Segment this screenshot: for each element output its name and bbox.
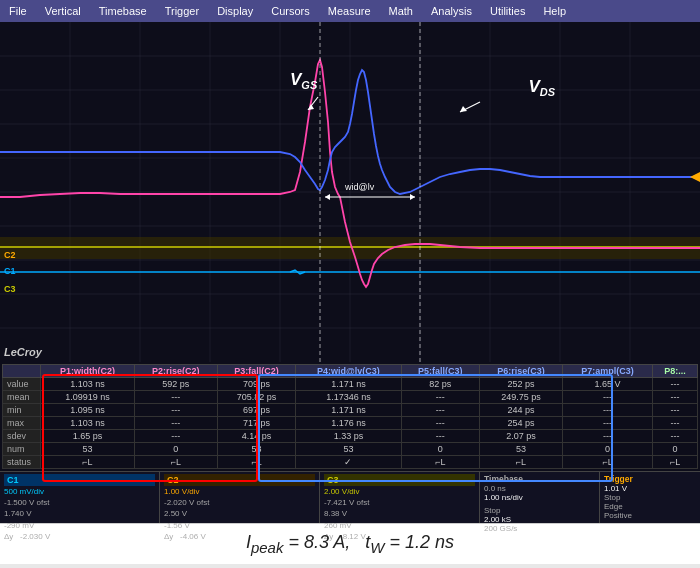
p6-max: 254 ps [480, 417, 563, 430]
p3-value: 709 ps [217, 378, 295, 391]
svg-marker-27 [460, 106, 467, 112]
p1-max: 1.103 ns [41, 417, 135, 430]
p3-status: ⌐L [217, 456, 295, 469]
p3-num: 53 [217, 443, 295, 456]
p2-sdev: --- [134, 430, 217, 443]
svg-line-24 [308, 97, 318, 110]
p1-mean: 1.09919 ns [41, 391, 135, 404]
p7-status: ⌐L [562, 456, 652, 469]
label-status: status [3, 456, 41, 469]
menu-help[interactable]: Help [540, 3, 569, 19]
p3-mean: 705.82 ps [217, 391, 295, 404]
row-num: num 53 0 53 53 0 53 0 0 [3, 443, 698, 456]
p2-mean: --- [134, 391, 217, 404]
svg-text:C1: C1 [4, 266, 16, 276]
menu-timebase[interactable]: Timebase [96, 3, 150, 19]
menu-measure[interactable]: Measure [325, 3, 374, 19]
label-vgs: VGS [290, 70, 317, 91]
p1-num: 53 [41, 443, 135, 456]
p7-sdev: --- [562, 430, 652, 443]
ch2-title: C2 [164, 474, 315, 486]
row-mean: mean 1.09919 ns --- 705.82 ps 1.17346 ns… [3, 391, 698, 404]
p5-status: ⌐L [401, 456, 479, 469]
svg-rect-0 [0, 22, 700, 362]
p7-max: --- [562, 417, 652, 430]
svg-line-26 [460, 102, 480, 112]
p5-value: 82 ps [401, 378, 479, 391]
ch3-val2: 260 mV [324, 520, 475, 531]
col-p1: P1:width(C2) [41, 365, 135, 378]
p8-mean: --- [653, 391, 698, 404]
p5-num: 0 [401, 443, 479, 456]
p4-sdev: 1.33 ps [296, 430, 401, 443]
p7-min: --- [562, 404, 652, 417]
p1-sdev: 1.65 ps [41, 430, 135, 443]
p1-min: 1.095 ns [41, 404, 135, 417]
p8-status: ⌐L [653, 456, 698, 469]
ch3-title: C3 [324, 474, 475, 486]
menu-display[interactable]: Display [214, 3, 256, 19]
lecroy-logo: LeCroy [4, 346, 42, 358]
ch1-scale: 500 mV/div [4, 486, 155, 497]
menu-utilities[interactable]: Utilities [487, 3, 528, 19]
equation-text: Ipeak = 8.3 A, tW = 1.2 ns [246, 532, 454, 552]
scope-screen: C2 C1 C3 VGS VDS wid@lv LeCroy [0, 22, 700, 362]
label-max: max [3, 417, 41, 430]
menu-cursors[interactable]: Cursors [268, 3, 313, 19]
p4-status: ✓ [296, 456, 401, 469]
p4-mean: 1.17346 ns [296, 391, 401, 404]
row-sdev: sdev 1.65 ps --- 4.14 ps 1.33 ps --- 2.0… [3, 430, 698, 443]
label-num: num [3, 443, 41, 456]
p4-max: 1.176 ns [296, 417, 401, 430]
col-p2: P2:rise(C2) [134, 365, 217, 378]
p2-num: 0 [134, 443, 217, 456]
ch2-offset: -2.020 V ofst [164, 497, 315, 508]
p6-sdev: 2.07 ps [480, 430, 563, 443]
col-p5: P5:fall(C3) [401, 365, 479, 378]
label-vds: VDS [528, 77, 555, 98]
p6-min: 244 ps [480, 404, 563, 417]
menu-vertical[interactable]: Vertical [42, 3, 84, 19]
col-p3: P3:fall(C2) [217, 365, 295, 378]
label-mean: mean [3, 391, 41, 404]
ch1-info: C1 500 mV/div -1.500 V ofst 1.740 V -290… [0, 472, 160, 523]
ch2-info: C2 1.00 V/div -2.020 V ofst 2.50 V -1.56… [160, 472, 320, 523]
label-sdev: sdev [3, 430, 41, 443]
ch3-offset: -7.421 V ofst [324, 497, 475, 508]
ch1-delta: Δy -2.030 V [4, 531, 155, 542]
svg-marker-25 [308, 104, 314, 110]
row-max: max 1.103 ns --- 717 ps 1.176 ns --- 254… [3, 417, 698, 430]
row-status: status ⌐L ⌐L ⌐L ✓ ⌐L ⌐L ⌐L ⌐L [3, 456, 698, 469]
p5-min: --- [401, 404, 479, 417]
p2-status: ⌐L [134, 456, 217, 469]
svg-marker-30 [410, 194, 415, 200]
ch1-val2: -290 mV [4, 520, 155, 531]
svg-marker-31 [690, 172, 700, 182]
ch1-title: C1 [4, 474, 155, 486]
label-min: min [3, 404, 41, 417]
scope-svg: C2 C1 C3 [0, 22, 700, 362]
ch3-scale: 2.00 V/div [324, 486, 475, 497]
p4-num: 53 [296, 443, 401, 456]
p1-value: 1.103 ns [41, 378, 135, 391]
p4-value: 1.171 ns [296, 378, 401, 391]
row-min: min 1.095 ns --- 697 ps 1.171 ns --- 244… [3, 404, 698, 417]
p1-status: ⌐L [41, 456, 135, 469]
p8-min: --- [653, 404, 698, 417]
p6-mean: 249.75 ps [480, 391, 563, 404]
p8-max: --- [653, 417, 698, 430]
menu-math[interactable]: Math [386, 3, 416, 19]
p3-max: 717 ps [217, 417, 295, 430]
col-header-label [3, 365, 41, 378]
p4-min: 1.171 ns [296, 404, 401, 417]
p7-value: 1.65 V [562, 378, 652, 391]
p6-status: ⌐L [480, 456, 563, 469]
ch1-val1: 1.740 V [4, 508, 155, 519]
p3-sdev: 4.14 ps [217, 430, 295, 443]
menu-trigger[interactable]: Trigger [162, 3, 202, 19]
col-p8: P8:... [653, 365, 698, 378]
p3-min: 697 ps [217, 404, 295, 417]
menu-file[interactable]: File [6, 3, 30, 19]
menu-analysis[interactable]: Analysis [428, 3, 475, 19]
ch2-scale: 1.00 V/div [164, 486, 315, 497]
